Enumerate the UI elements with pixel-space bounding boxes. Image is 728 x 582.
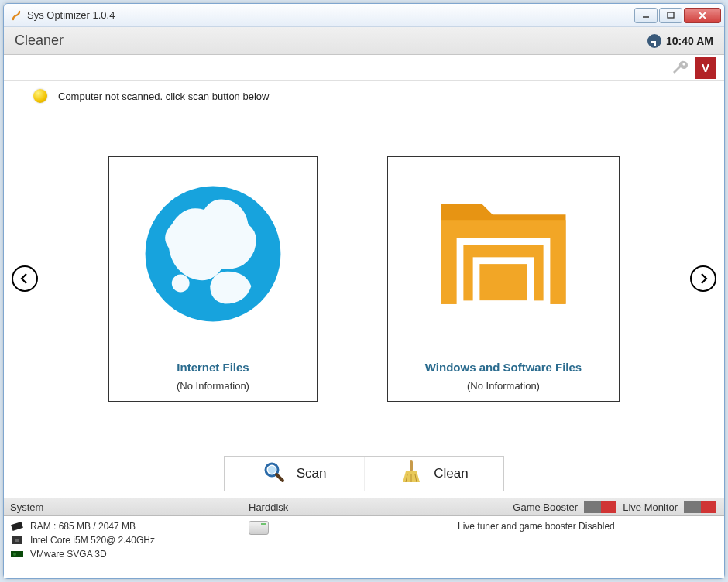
svg-rect-19 bbox=[11, 551, 23, 557]
settings-icon[interactable] bbox=[670, 58, 690, 78]
maximize-button[interactable] bbox=[659, 8, 682, 23]
harddisk-info bbox=[244, 521, 453, 572]
gpu-text: VMware SVGA 3D bbox=[30, 549, 107, 560]
card-title: Windows and Software Files bbox=[393, 361, 614, 374]
svg-point-5 bbox=[172, 274, 190, 292]
v-button-label: V bbox=[702, 61, 709, 74]
svg-rect-12 bbox=[410, 460, 413, 471]
cpu-text: Intel Core i5M 520@ 2.40GHz bbox=[30, 535, 155, 546]
gpu-icon bbox=[10, 549, 24, 560]
scan-button[interactable]: Scan bbox=[225, 457, 364, 491]
app-icon bbox=[10, 9, 22, 22]
page-title: Cleaner bbox=[15, 33, 647, 49]
system-info: RAM : 685 MB / 2047 MB Intel Core i5M 52… bbox=[4, 521, 244, 572]
broom-icon bbox=[400, 459, 423, 489]
clock-time: 10:40 AM bbox=[666, 35, 713, 47]
scan-area: Internet Files (No Information) Windows … bbox=[4, 106, 724, 451]
status-message: Computer not scanned. click scan button … bbox=[58, 91, 269, 102]
harddisk-icon bbox=[249, 521, 269, 535]
tuner-status-text: Live tuner and game booster Disabled bbox=[458, 521, 615, 532]
svg-rect-18 bbox=[15, 539, 19, 542]
tuner-info: Live tuner and game booster Disabled bbox=[453, 521, 724, 572]
svg-rect-16 bbox=[11, 522, 23, 531]
clean-button[interactable]: Clean bbox=[364, 457, 503, 491]
ram-text: RAM : 685 MB / 2047 MB bbox=[30, 521, 136, 532]
action-bar: Scan Clean bbox=[4, 451, 724, 498]
footer-header: System Harddisk Game Booster Live Monito… bbox=[4, 498, 724, 516]
folder-icon bbox=[388, 157, 619, 351]
cpu-icon bbox=[10, 535, 24, 546]
live-monitor-label: Live Monitor bbox=[623, 502, 678, 513]
clean-label: Clean bbox=[434, 466, 468, 481]
next-arrow-button[interactable] bbox=[690, 265, 716, 292]
scan-label: Scan bbox=[297, 466, 327, 481]
prev-arrow-button[interactable] bbox=[12, 265, 38, 292]
svg-line-11 bbox=[276, 474, 283, 481]
svg-rect-1 bbox=[668, 12, 674, 18]
svg-point-10 bbox=[268, 466, 276, 474]
ram-icon bbox=[10, 521, 24, 532]
card-subtitle: (No Information) bbox=[114, 380, 312, 392]
footer-col-system-label: System bbox=[4, 502, 244, 513]
status-indicator-icon bbox=[33, 89, 47, 103]
game-booster-label: Game Booster bbox=[513, 502, 578, 513]
action-group: Scan Clean bbox=[224, 456, 504, 491]
window-title: Sys Optimizer 1.0.4 bbox=[27, 9, 634, 21]
clock-icon bbox=[647, 34, 661, 48]
svg-point-20 bbox=[13, 553, 16, 556]
card-windows-files[interactable]: Windows and Software Files (No Informati… bbox=[387, 156, 620, 402]
minimize-button[interactable] bbox=[634, 8, 658, 23]
close-button[interactable] bbox=[684, 8, 721, 23]
titlebar[interactable]: Sys Optimizer 1.0.4 bbox=[4, 4, 724, 27]
footer-body: RAM : 685 MB / 2047 MB Intel Core i5M 52… bbox=[4, 516, 724, 578]
card-footer: Windows and Software Files (No Informati… bbox=[388, 351, 619, 401]
card-title: Internet Files bbox=[114, 361, 312, 374]
window-controls bbox=[634, 8, 721, 23]
card-internet-files[interactable]: Internet Files (No Information) bbox=[108, 156, 318, 402]
app-window: Sys Optimizer 1.0.4 Cleaner 10:40 AM V bbox=[3, 3, 725, 579]
toolbar: V bbox=[4, 55, 724, 81]
live-monitor-toggle[interactable] bbox=[684, 501, 716, 513]
v-button[interactable]: V bbox=[695, 57, 716, 79]
card-footer: Internet Files (No Information) bbox=[109, 351, 317, 401]
magnifier-icon bbox=[263, 460, 286, 488]
game-booster-toggle[interactable] bbox=[584, 501, 616, 513]
footer-col-harddisk-label: Harddisk bbox=[244, 502, 453, 513]
globe-icon bbox=[109, 157, 317, 351]
status-row: Computer not scanned. click scan button … bbox=[4, 81, 724, 106]
card-subtitle: (No Information) bbox=[393, 380, 614, 392]
header-bar: Cleaner 10:40 AM bbox=[4, 27, 724, 55]
